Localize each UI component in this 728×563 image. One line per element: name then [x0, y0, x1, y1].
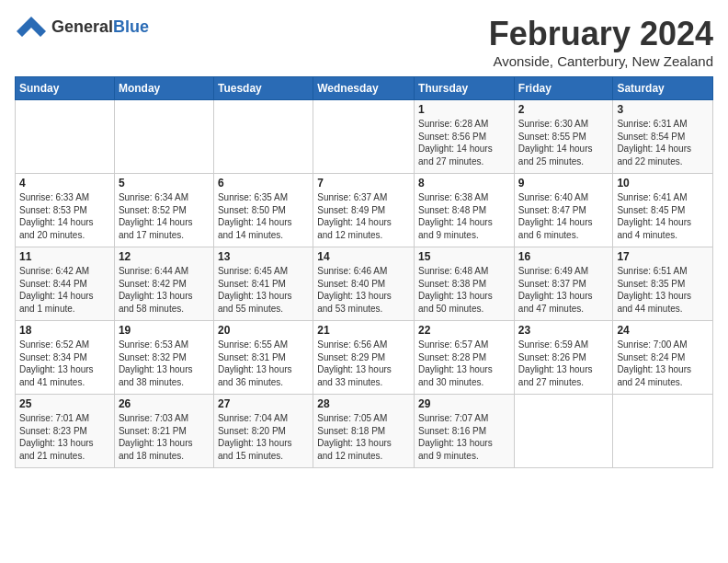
calendar-cell: 17Sunrise: 6:51 AM Sunset: 8:35 PM Dayli… [613, 247, 713, 321]
logo-blue-text: Blue [113, 17, 149, 36]
calendar-cell: 26Sunrise: 7:03 AM Sunset: 8:21 PM Dayli… [114, 395, 213, 468]
day-number: 10 [617, 177, 709, 190]
day-info: Sunrise: 6:56 AM Sunset: 8:29 PM Dayligh… [317, 339, 410, 388]
day-number: 6 [218, 177, 309, 190]
calendar-cell: 6Sunrise: 6:35 AM Sunset: 8:50 PM Daylig… [213, 174, 313, 247]
day-info: Sunrise: 7:00 AM Sunset: 8:24 PM Dayligh… [617, 339, 709, 388]
calendar-cell: 29Sunrise: 7:07 AM Sunset: 8:16 PM Dayli… [415, 395, 515, 468]
week-row-2: 11Sunrise: 6:42 AM Sunset: 8:44 PM Dayli… [16, 247, 713, 321]
day-info: Sunrise: 6:45 AM Sunset: 8:41 PM Dayligh… [218, 265, 309, 315]
calendar-cell: 4Sunrise: 6:33 AM Sunset: 8:53 PM Daylig… [16, 174, 115, 247]
calendar-cell [16, 100, 115, 174]
day-info: Sunrise: 6:55 AM Sunset: 8:31 PM Dayligh… [218, 339, 309, 388]
month-title: February 2024 [489, 15, 713, 53]
day-info: Sunrise: 6:37 AM Sunset: 8:49 PM Dayligh… [317, 191, 410, 241]
day-number: 26 [119, 397, 210, 410]
day-info: Sunrise: 6:44 AM Sunset: 8:42 PM Dayligh… [119, 265, 210, 315]
day-number: 27 [218, 397, 309, 410]
day-number: 2 [518, 103, 609, 116]
day-info: Sunrise: 7:03 AM Sunset: 8:21 PM Dayligh… [119, 412, 210, 462]
calendar-cell: 13Sunrise: 6:45 AM Sunset: 8:41 PM Dayli… [213, 247, 313, 321]
header-day-thursday: Thursday [415, 77, 515, 100]
day-info: Sunrise: 6:59 AM Sunset: 8:26 PM Dayligh… [518, 339, 609, 388]
header-day-monday: Monday [114, 77, 213, 100]
day-info: Sunrise: 7:04 AM Sunset: 8:20 PM Dayligh… [218, 412, 309, 462]
calendar-cell: 28Sunrise: 7:05 AM Sunset: 8:18 PM Dayli… [313, 395, 415, 468]
week-row-0: 1Sunrise: 6:28 AM Sunset: 8:56 PM Daylig… [16, 100, 713, 174]
day-info: Sunrise: 6:35 AM Sunset: 8:50 PM Dayligh… [218, 191, 309, 241]
day-info: Sunrise: 6:38 AM Sunset: 8:48 PM Dayligh… [418, 191, 510, 241]
day-number: 7 [317, 177, 410, 190]
day-number: 9 [518, 177, 609, 190]
calendar-cell [313, 100, 415, 174]
day-number: 19 [119, 324, 210, 337]
calendar-cell: 23Sunrise: 6:59 AM Sunset: 8:26 PM Dayli… [514, 321, 613, 395]
day-info: Sunrise: 6:48 AM Sunset: 8:38 PM Dayligh… [418, 265, 510, 315]
calendar-cell: 5Sunrise: 6:34 AM Sunset: 8:52 PM Daylig… [114, 174, 213, 247]
calendar-cell: 24Sunrise: 7:00 AM Sunset: 8:24 PM Dayli… [613, 321, 713, 395]
calendar-cell: 25Sunrise: 7:01 AM Sunset: 8:23 PM Dayli… [16, 395, 115, 468]
day-number: 5 [119, 177, 210, 190]
day-number: 23 [518, 324, 609, 337]
day-info: Sunrise: 6:31 AM Sunset: 8:54 PM Dayligh… [617, 118, 709, 167]
calendar-cell: 18Sunrise: 6:52 AM Sunset: 8:34 PM Dayli… [16, 321, 115, 395]
day-info: Sunrise: 6:51 AM Sunset: 8:35 PM Dayligh… [617, 265, 709, 315]
day-info: Sunrise: 7:01 AM Sunset: 8:23 PM Dayligh… [19, 412, 110, 462]
header-day-sunday: Sunday [16, 77, 115, 100]
day-number: 4 [19, 177, 110, 190]
day-info: Sunrise: 6:52 AM Sunset: 8:34 PM Dayligh… [19, 339, 110, 388]
day-number: 20 [218, 324, 309, 337]
header-day-saturday: Saturday [613, 77, 713, 100]
day-info: Sunrise: 6:34 AM Sunset: 8:52 PM Dayligh… [119, 191, 210, 241]
day-number: 21 [317, 324, 410, 337]
day-number: 15 [418, 250, 510, 263]
calendar-cell: 7Sunrise: 6:37 AM Sunset: 8:49 PM Daylig… [313, 174, 415, 247]
day-info: Sunrise: 7:07 AM Sunset: 8:16 PM Dayligh… [418, 412, 510, 462]
calendar-table: SundayMondayTuesdayWednesdayThursdayFrid… [15, 76, 713, 468]
calendar-cell [514, 395, 613, 468]
day-number: 17 [617, 250, 709, 263]
header: GeneralBlue February 2024 Avonside, Cant… [15, 15, 713, 69]
day-info: Sunrise: 7:05 AM Sunset: 8:18 PM Dayligh… [317, 412, 410, 462]
day-number: 24 [617, 324, 709, 337]
day-info: Sunrise: 6:30 AM Sunset: 8:55 PM Dayligh… [518, 118, 609, 167]
day-number: 12 [119, 250, 210, 263]
day-number: 16 [518, 250, 609, 263]
day-number: 1 [418, 103, 510, 116]
calendar-cell: 8Sunrise: 6:38 AM Sunset: 8:48 PM Daylig… [415, 174, 515, 247]
week-row-4: 25Sunrise: 7:01 AM Sunset: 8:23 PM Dayli… [16, 395, 713, 468]
week-row-1: 4Sunrise: 6:33 AM Sunset: 8:53 PM Daylig… [16, 174, 713, 247]
calendar-cell: 9Sunrise: 6:40 AM Sunset: 8:47 PM Daylig… [514, 174, 613, 247]
day-number: 11 [19, 250, 110, 263]
calendar-cell: 14Sunrise: 6:46 AM Sunset: 8:40 PM Dayli… [313, 247, 415, 321]
header-day-tuesday: Tuesday [213, 77, 313, 100]
calendar-cell: 12Sunrise: 6:44 AM Sunset: 8:42 PM Dayli… [114, 247, 213, 321]
day-number: 3 [617, 103, 709, 116]
day-number: 22 [418, 324, 510, 337]
logo: GeneralBlue [15, 15, 149, 39]
day-info: Sunrise: 6:57 AM Sunset: 8:28 PM Dayligh… [418, 339, 510, 388]
day-number: 14 [317, 250, 410, 263]
calendar-cell: 15Sunrise: 6:48 AM Sunset: 8:38 PM Dayli… [415, 247, 515, 321]
day-number: 8 [418, 177, 510, 190]
day-number: 28 [317, 397, 410, 410]
title-area: February 2024 Avonside, Canterbury, New … [489, 15, 713, 69]
calendar-cell: 22Sunrise: 6:57 AM Sunset: 8:28 PM Dayli… [415, 321, 515, 395]
calendar-cell [613, 395, 713, 468]
location-title: Avonside, Canterbury, New Zealand [489, 53, 713, 69]
logo-general-text: General [51, 17, 113, 36]
header-day-friday: Friday [514, 77, 613, 100]
day-number: 13 [218, 250, 309, 263]
day-info: Sunrise: 6:53 AM Sunset: 8:32 PM Dayligh… [119, 339, 210, 388]
calendar-cell: 2Sunrise: 6:30 AM Sunset: 8:55 PM Daylig… [514, 100, 613, 174]
day-info: Sunrise: 6:42 AM Sunset: 8:44 PM Dayligh… [19, 265, 110, 315]
calendar-cell: 1Sunrise: 6:28 AM Sunset: 8:56 PM Daylig… [415, 100, 515, 174]
header-day-wednesday: Wednesday [313, 77, 415, 100]
calendar-cell: 19Sunrise: 6:53 AM Sunset: 8:32 PM Dayli… [114, 321, 213, 395]
calendar-cell: 21Sunrise: 6:56 AM Sunset: 8:29 PM Dayli… [313, 321, 415, 395]
day-info: Sunrise: 6:49 AM Sunset: 8:37 PM Dayligh… [518, 265, 609, 315]
day-info: Sunrise: 6:46 AM Sunset: 8:40 PM Dayligh… [317, 265, 410, 315]
calendar-cell: 11Sunrise: 6:42 AM Sunset: 8:44 PM Dayli… [16, 247, 115, 321]
day-info: Sunrise: 6:40 AM Sunset: 8:47 PM Dayligh… [518, 191, 609, 241]
week-row-3: 18Sunrise: 6:52 AM Sunset: 8:34 PM Dayli… [16, 321, 713, 395]
